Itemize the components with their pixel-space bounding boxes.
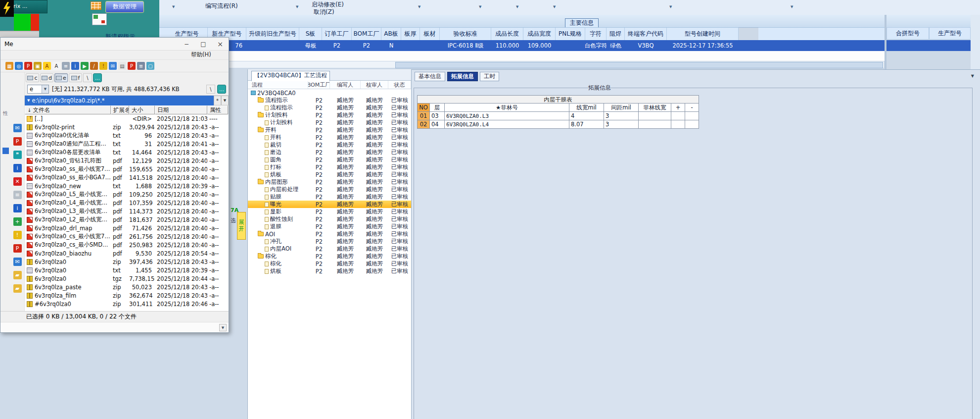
main-col-header[interactable]: 成品长度 xyxy=(491,28,523,40)
fixed-col-merge-model[interactable]: 合拼型号 xyxy=(887,27,929,40)
favorites-button[interactable] xyxy=(214,96,221,105)
highlight-icon[interactable]: A xyxy=(43,62,51,70)
file-row[interactable]: 6v3rq0lza0优化清单txt962025/12/18 20:43-a-- xyxy=(25,131,229,140)
main-col-header[interactable]: 型号创建时间 xyxy=(667,28,739,40)
tree-row[interactable]: 内层前处理P2臧艳芳臧艳芳已审核 xyxy=(248,186,411,193)
main-col-header[interactable]: 终端客户代码 xyxy=(625,28,667,40)
main-col-header[interactable]: S板 xyxy=(299,28,322,40)
path-history-icon[interactable] xyxy=(27,99,30,103)
tree-row[interactable]: 2V3BQ4BCA0 xyxy=(248,89,411,97)
tree-row[interactable]: 开料P2臧艳芳臧艳芳已审核 xyxy=(248,126,411,134)
folder-icon[interactable]: ▰ xyxy=(13,271,22,279)
file-row[interactable]: 6v3rq0lz-printzip3,029,9442025/12/18 20:… xyxy=(25,123,229,131)
grid-icon[interactable]: ▦ xyxy=(5,62,13,70)
tree-row[interactable]: 棕化P2臧艳芳臧艳芳已审核 xyxy=(248,253,411,260)
lightning-app-icon[interactable] xyxy=(0,0,14,17)
file-row[interactable]: [..]<DIR>2025/12/18 21:03---- xyxy=(25,114,229,123)
list-icon[interactable]: ≣ xyxy=(137,62,145,70)
film-row[interactable]: 02046V3RQ0LZA0.L48.073 xyxy=(417,120,699,129)
tree-row[interactable]: 圆角P2臧艳芳臧艳芳已审核 xyxy=(248,156,411,163)
dropdown-caret-icon[interactable]: ▼ xyxy=(296,5,298,9)
drive-button-c[interactable]: c xyxy=(26,73,39,82)
close-button[interactable] xyxy=(212,38,229,50)
doc-icon[interactable]: ≡ xyxy=(13,191,22,199)
dropdown-caret-icon[interactable]: ▼ xyxy=(418,5,420,9)
minimize-button[interactable] xyxy=(178,38,195,50)
tree-col-header[interactable]: BOM工厂 xyxy=(308,81,330,89)
scroll-down-icon[interactable] xyxy=(219,324,227,331)
print-icon[interactable]: ≡ xyxy=(62,62,70,70)
tree-row[interactable]: 计划投料P2臧艳芳臧艳芳已审核 xyxy=(248,119,411,126)
path-dropdown-button[interactable] xyxy=(221,96,229,105)
main-col-header[interactable]: 阻焊 xyxy=(607,28,625,40)
tree-row[interactable]: 贴膜P2臧艳芳臧艳芳已审核 xyxy=(248,193,411,201)
file-row[interactable]: 6v3rq0lza0_L3_最小线宽7.874pdf114,3732025/12… xyxy=(25,207,229,215)
combo-dropdown-icon[interactable] xyxy=(42,85,48,93)
chat-button[interactable] xyxy=(217,85,226,94)
file-row[interactable]: 6v3rq0lza_filmzip362,6742025/12/18 20:43… xyxy=(25,291,229,300)
file-row[interactable]: 6v3rq0lza0zip397,4362025/12/18 20:43-a-- xyxy=(25,258,229,266)
dropdown-caret-icon[interactable]: ▼ xyxy=(479,5,481,9)
hscrollbar-thumb[interactable] xyxy=(395,62,883,68)
main-col-header[interactable]: 板材 xyxy=(420,28,440,40)
file-row[interactable]: 6v3rq0lza0txt1,4552025/12/18 20:39-a-- xyxy=(25,266,229,274)
doc-icon[interactable]: ▤ xyxy=(118,62,126,70)
file-row[interactable]: 6v3rq0lza0_cs_最小SMD7.874pdf250,9832025/1… xyxy=(25,241,229,249)
file-col-header[interactable]: ↓文件名 xyxy=(25,105,111,114)
fixed-col-prod-model[interactable]: 生产型号 xyxy=(929,27,971,40)
main-table-hscrollbar[interactable] xyxy=(159,61,885,68)
file-row[interactable]: 6v3rq0lza0_ss_最小BGA7.874pdf141,5182025/1… xyxy=(25,173,229,182)
main-col-header[interactable]: 字符 xyxy=(585,28,607,40)
root-dir-button[interactable] xyxy=(206,85,215,94)
warn-icon[interactable]: ! xyxy=(13,231,22,239)
alert-icon[interactable]: ! xyxy=(99,62,107,70)
pdf-icon[interactable]: P xyxy=(24,62,32,70)
file-row[interactable]: 6v3rq0lza_pastezip50,0232025/12/18 20:43… xyxy=(25,283,229,291)
del-icon[interactable]: ✕ xyxy=(13,177,22,186)
tree-row[interactable]: 内层图形P2臧艳芳臧艳芳已审核 xyxy=(248,178,411,186)
file-row[interactable]: 6v3rq0lza0_biaozhupdf9,5302025/12/18 20:… xyxy=(25,249,229,258)
file-col-header[interactable]: 扩展名 xyxy=(111,105,129,114)
tree-row[interactable]: 曝光P2臧艳芳臧艳芳已审核 xyxy=(248,201,411,208)
tree-col-header[interactable]: 编写人 xyxy=(330,81,361,89)
drive-button-f[interactable]: f xyxy=(69,73,82,82)
main-table-row[interactable]: 76母板P2P2NIPC-6018 Ⅱ级110.000109.000白色字符绿色… xyxy=(166,40,739,51)
tree-row[interactable]: 流程指示P2臧艳芳臧艳芳已审核 xyxy=(248,97,411,104)
tree-col-header[interactable]: 状态 xyxy=(388,81,411,89)
fixed-columns-row[interactable] xyxy=(887,40,971,51)
maximize-button[interactable] xyxy=(195,38,212,50)
info-tab-2[interactable]: 工时 xyxy=(480,72,499,81)
main-col-header[interactable]: 订单工厂 xyxy=(322,28,352,40)
mail-icon[interactable]: ✉ xyxy=(13,258,22,266)
pdf-icon[interactable]: P xyxy=(13,244,22,253)
info-icon[interactable]: i xyxy=(13,164,22,172)
brush-button[interactable] xyxy=(93,73,102,82)
file-row[interactable]: #6v3rq0lza0zip301,4112025/12/18 20:46-a-… xyxy=(25,300,229,308)
shield-icon[interactable]: + xyxy=(13,217,22,226)
dropdown-caret-icon[interactable]: ▼ xyxy=(516,5,518,9)
main-col-header[interactable]: BOM工厂 xyxy=(352,28,381,40)
info-icon[interactable]: i xyxy=(13,204,22,212)
file-col-header[interactable]: 属性 xyxy=(207,105,228,114)
drive-button-d[interactable]: d xyxy=(40,73,53,82)
user-icon[interactable]: i xyxy=(71,62,79,70)
frame-icon[interactable]: ▢ xyxy=(146,62,154,70)
tree-row[interactable]: 打标P2臧艳芳臧艳芳已审核 xyxy=(248,163,411,171)
tree-row[interactable]: 棕化P2臧艳芳臧艳芳已审核 xyxy=(248,260,411,267)
tree-row[interactable]: 计划投料P2臧艳芳臧艳芳已审核 xyxy=(248,111,411,119)
drive-button-e[interactable]: e xyxy=(54,73,68,82)
drive-select-combo[interactable]: e xyxy=(27,85,49,94)
tree-row[interactable]: 烘板P2臧艳芳臧艳芳已审核 xyxy=(248,267,411,275)
file-col-header[interactable]: 大小 xyxy=(129,105,155,114)
file-row[interactable]: 6v3rq0lza0各层更改清单txt14,4642025/12/18 20:4… xyxy=(25,148,229,157)
media-icon[interactable]: ▶ xyxy=(81,62,89,70)
tree-row[interactable]: 磨边P2臧艳芳臧艳芳已审核 xyxy=(248,149,411,156)
file-row[interactable]: 6v3rq0lza0_L4_最小线宽7.870pdf107,3592025/12… xyxy=(25,199,229,207)
textfile-icon[interactable]: A xyxy=(52,62,60,70)
dropdown-caret-icon[interactable]: ▼ xyxy=(553,5,556,9)
file-row[interactable]: 6v3rq0lza0_newtxt1,6882025/12/18 20:39-a… xyxy=(25,182,229,190)
main-col-header[interactable]: 板厚 xyxy=(401,28,420,40)
tab-main-info[interactable]: 主要信息 xyxy=(565,18,599,28)
fm-titlebar[interactable]: Me xyxy=(0,38,229,51)
tree-col-header[interactable]: 流程 xyxy=(248,81,308,89)
